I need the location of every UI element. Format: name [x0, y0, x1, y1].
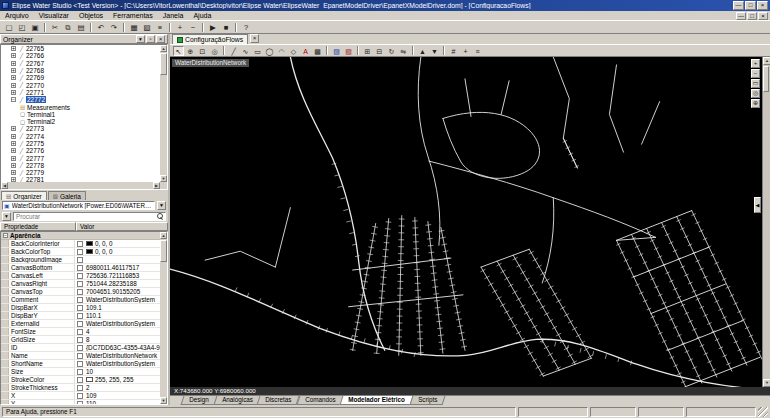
column-valor[interactable]: Valor — [76, 222, 168, 231]
select-icon[interactable]: ↖ — [173, 46, 184, 56]
maximize-button[interactable]: □ — [747, 12, 757, 20]
menu-arquivo[interactable]: Arquivo — [0, 11, 34, 21]
property-row[interactable]: Size10 — [1, 368, 160, 376]
gallery-icon[interactable]: ▧ — [141, 22, 153, 33]
property-value[interactable]: 6980011.46117517 — [85, 264, 160, 271]
tree-item[interactable]: +╱22768 — [1, 67, 160, 74]
copy-icon[interactable]: ⧉ — [62, 22, 74, 33]
canvas-vscrollbar[interactable]: ▲ ▼ — [762, 57, 770, 387]
property-checkbox[interactable] — [77, 297, 83, 303]
property-row[interactable]: ShortNameWaterDistributionSystem — [1, 360, 160, 368]
tree-expander-icon[interactable]: + — [11, 68, 16, 73]
send-back-icon[interactable]: ▼ — [429, 46, 440, 56]
property-row[interactable]: Y110 — [1, 400, 160, 404]
image-icon[interactable]: ▩ — [312, 46, 323, 56]
text-icon[interactable]: A — [300, 46, 311, 56]
stop-icon[interactable]: ■ — [220, 22, 232, 33]
category-expander-icon[interactable]: − — [3, 233, 8, 238]
undo-icon[interactable]: ↶ — [95, 22, 107, 33]
pan-button[interactable]: ⊕ — [751, 99, 760, 108]
scroll-up-icon[interactable]: ▲ — [160, 232, 167, 239]
bring-front-icon[interactable]: ▲ — [417, 46, 428, 56]
tree-hscrollbar[interactable]: ◀ ▶ — [1, 182, 160, 189]
save-icon[interactable]: ▣ — [29, 22, 41, 33]
tree-item[interactable]: ▢Terminal2 — [1, 118, 160, 125]
property-value[interactable]: 4 — [85, 328, 160, 335]
rect-icon[interactable]: ▭ — [252, 46, 263, 56]
tree-expander-icon[interactable]: + — [11, 75, 16, 80]
scroll-down-icon[interactable]: ▼ — [160, 397, 167, 404]
polyline-icon[interactable]: ∿ — [240, 46, 251, 56]
property-category[interactable]: − Aparência — [1, 232, 160, 240]
tree-item[interactable]: +╱22777 — [1, 154, 160, 161]
line-icon[interactable]: ╱ — [228, 46, 239, 56]
snap-icon[interactable]: + — [460, 46, 471, 56]
property-value[interactable]: 8 — [85, 336, 160, 343]
new-icon[interactable]: ▢ — [3, 22, 15, 33]
property-checkbox[interactable] — [77, 345, 83, 351]
panel-tab-galeria[interactable]: ▧Galeria — [48, 191, 86, 200]
property-checkbox[interactable] — [77, 321, 83, 327]
zoom-extents-button[interactable]: ▭ — [751, 79, 760, 88]
run-icon[interactable]: ▶ — [207, 22, 219, 33]
property-row[interactable]: CommentWaterDistributionSystem — [1, 296, 160, 304]
maximize-button[interactable]: □ — [745, 1, 756, 10]
property-value[interactable]: 109 — [85, 392, 160, 399]
property-checkbox[interactable] — [77, 329, 83, 335]
property-row[interactable]: StrokeThickness2 — [1, 384, 160, 392]
line-color-icon[interactable]: ▧ — [343, 46, 354, 56]
tree-item[interactable]: +╱22773 — [1, 125, 160, 132]
selector-dropdown-icon[interactable]: ▼ — [157, 201, 166, 210]
help-icon[interactable]: ? — [240, 22, 252, 33]
property-row[interactable]: NameWaterDistributionNetwork — [1, 352, 160, 360]
property-row[interactable]: ID{DC7DD63C-4355-43A4-91AF-8F6A304... — [1, 344, 160, 352]
cut-icon[interactable]: ✂ — [49, 22, 61, 33]
property-value[interactable]: 7004651.90155205 — [85, 288, 160, 295]
view-tab-comandos[interactable]: Comandos — [296, 396, 343, 405]
polygon-icon[interactable]: ◇ — [288, 46, 299, 56]
property-checkbox[interactable] — [77, 361, 83, 367]
redo-icon[interactable]: ↷ — [108, 22, 120, 33]
tree-item[interactable]: +╱22770 — [1, 81, 160, 88]
menu-visualizar[interactable]: Visualizar — [34, 11, 74, 21]
property-checkbox[interactable] — [77, 385, 83, 391]
property-checkbox[interactable] — [77, 393, 83, 399]
tree-expander-icon[interactable]: + — [11, 170, 16, 175]
property-checkbox[interactable] — [77, 401, 83, 405]
property-row[interactable]: CanvasLeft725636.721116853 — [1, 272, 160, 280]
panel-close-icon[interactable]: × — [156, 35, 165, 43]
search-input[interactable] — [14, 213, 157, 220]
tree-item[interactable]: +╱22766 — [1, 52, 160, 59]
property-checkbox[interactable] — [77, 289, 83, 295]
minimize-button[interactable]: — — [736, 12, 746, 20]
ellipse-icon[interactable]: ◯ — [264, 46, 275, 56]
object-selector[interactable]: ▣ WaterDistributionNetwork [Power.ED06\W… — [2, 201, 155, 210]
tree-expander-icon[interactable]: + — [11, 134, 16, 139]
property-value[interactable]: 751044.28235188 — [85, 280, 160, 287]
properties-icon[interactable]: ≡ — [154, 22, 166, 33]
view-tab-discretas[interactable]: Discretas — [257, 396, 300, 405]
property-checkbox[interactable] — [77, 305, 83, 311]
view-tab-modelador-elétrico[interactable]: Modelador Elétrico — [340, 396, 414, 405]
property-value[interactable]: 0, 0, 0 — [85, 248, 160, 255]
property-checkbox[interactable] — [77, 249, 83, 255]
property-value[interactable]: 725636.721116853 — [85, 272, 160, 279]
zoom-out-icon[interactable]: − — [187, 22, 199, 33]
document-close-icon[interactable]: × — [250, 34, 259, 43]
tree-item[interactable]: +╱22771 — [1, 89, 160, 96]
pan-icon[interactable]: ⊕ — [185, 46, 196, 56]
resize-grip[interactable] — [758, 407, 768, 417]
tree-expander-icon[interactable]: + — [11, 156, 16, 161]
tree-expander-icon[interactable]: + — [11, 90, 16, 95]
scroll-right-icon[interactable]: ▶ — [153, 182, 160, 189]
tree-item[interactable]: +╱22767 — [1, 60, 160, 67]
property-value[interactable]: 2 — [85, 384, 160, 391]
property-checkbox[interactable] — [77, 353, 83, 359]
property-checkbox[interactable] — [77, 273, 83, 279]
property-row[interactable]: CanvasBottom6980011.46117517 — [1, 264, 160, 272]
tree-expander-icon[interactable]: + — [11, 83, 16, 88]
property-checkbox[interactable] — [77, 265, 83, 271]
property-row[interactable]: StrokeColor255, 255, 255 — [1, 376, 160, 384]
property-checkbox[interactable] — [77, 369, 83, 375]
property-value[interactable]: 110 — [85, 400, 160, 404]
